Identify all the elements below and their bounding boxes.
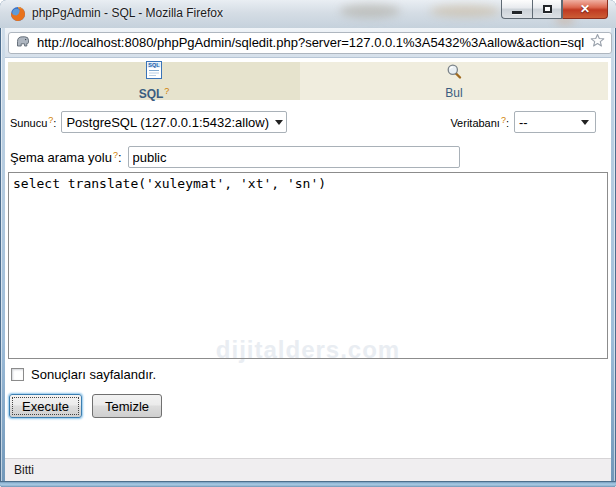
dropdown-arrow-icon (581, 120, 589, 125)
dropdown-arrow-icon (275, 120, 283, 125)
restore-icon (543, 5, 552, 13)
window-controls: ✕ (501, 0, 608, 19)
database-select[interactable]: -- (514, 111, 596, 133)
firefox-icon (10, 6, 26, 22)
execute-button[interactable]: Execute (9, 394, 82, 418)
paginate-label: Sonuçları sayfalandır. (31, 367, 156, 382)
restore-button[interactable] (532, 0, 562, 19)
schema-row: Şema arama yolu?: (8, 146, 608, 168)
tab-bar: SQL SQL? Bul (8, 62, 608, 100)
status-text: Bitti (14, 463, 34, 477)
site-favicon-icon[interactable] (15, 33, 31, 53)
window-title: phpPgAdmin - SQL - Mozilla Firefox (32, 0, 223, 27)
close-icon: ✕ (580, 1, 590, 18)
clear-button[interactable]: Temizle (92, 394, 162, 418)
tab-sql-label: SQL (139, 87, 164, 101)
navigation-toolbar: http://localhost:8080/phpPgAdmin/sqledit… (5, 28, 611, 58)
glass-reflection (340, 4, 400, 18)
window-bottom-border (0, 481, 616, 487)
bookmark-star-icon[interactable] (590, 33, 605, 52)
server-database-row: Sunucu?: PostgreSQL (127.0.0.1:5432:allo… (8, 110, 608, 134)
firefox-window: phpPgAdmin - SQL - Mozilla Firefox ✕ htt… (0, 0, 616, 487)
url-text[interactable]: http://localhost:8080/phpPgAdmin/sqledit… (37, 35, 584, 50)
page-content: SQL SQL? Bul (5, 58, 611, 458)
database-label: Veritabanı?: (450, 115, 509, 129)
server-label: Sunucu?: (10, 115, 56, 129)
url-bar[interactable]: http://localhost:8080/phpPgAdmin/sqledit… (8, 32, 612, 54)
sql-icon-text: SQL (148, 62, 160, 68)
close-button[interactable]: ✕ (562, 0, 608, 19)
paginate-row: Sonuçları sayfalandır. (8, 367, 608, 382)
glass-reflection (430, 5, 500, 17)
minimize-icon (512, 11, 522, 14)
sql-help-link[interactable]: ? (164, 86, 169, 96)
minimize-button[interactable] (501, 0, 532, 19)
titlebar: phpPgAdmin - SQL - Mozilla Firefox ✕ (0, 0, 616, 28)
database-select-value: -- (519, 115, 528, 130)
sql-document-icon: SQL (145, 61, 163, 83)
tab-find[interactable]: Bul (300, 62, 608, 100)
schema-label: Şema arama yolu?: (10, 150, 122, 165)
magnifier-icon (445, 63, 463, 85)
schema-input[interactable] (128, 146, 460, 168)
tab-sql[interactable]: SQL SQL? (8, 62, 300, 100)
server-select-value: PostgreSQL (127.0.0.1:5432:allow) (66, 115, 269, 130)
tab-find-label: Bul (445, 86, 462, 100)
sql-textarea[interactable]: select translate('xuleymat', 'xt', 'sn') (8, 172, 608, 359)
paginate-checkbox[interactable] (11, 368, 24, 381)
status-bar: Bitti (5, 458, 611, 481)
button-row: Execute Temizle (8, 394, 608, 418)
sql-editor-area: dijitalders.com select translate('xuleym… (8, 172, 608, 359)
server-select[interactable]: PostgreSQL (127.0.0.1:5432:allow) (61, 111, 287, 133)
